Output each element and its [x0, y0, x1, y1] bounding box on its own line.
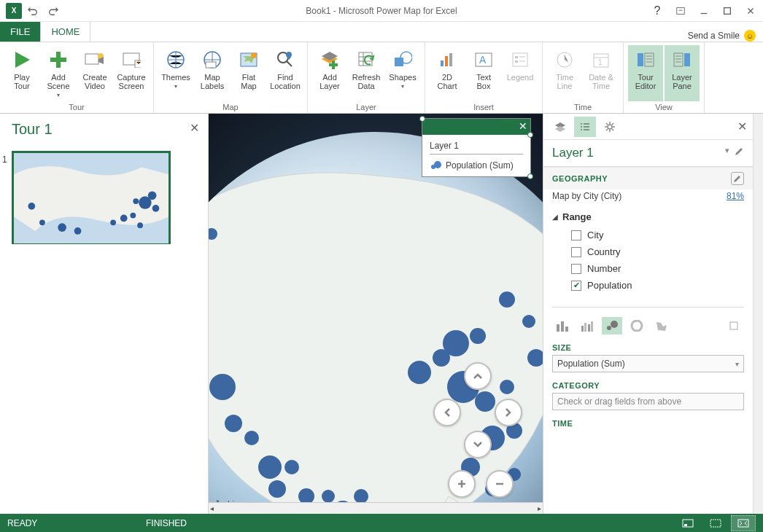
- svg-point-68: [408, 361, 431, 384]
- map-by-text: Map by City (City): [552, 191, 621, 201]
- layer-pane-scrollbar[interactable]: [753, 114, 763, 514]
- scene-thumbnail[interactable]: 1: [12, 151, 171, 244]
- play-tour-button[interactable]: Play Tour: [4, 45, 39, 101]
- zoom-in-button[interactable]: [448, 470, 476, 498]
- collapse-icon[interactable]: ◢: [552, 213, 558, 221]
- edit-geography-button[interactable]: [731, 172, 744, 185]
- close-legend-button[interactable]: ✕: [519, 120, 527, 132]
- svg-point-59: [268, 480, 286, 498]
- svg-rect-34: [638, 53, 643, 66]
- capture-screen-button[interactable]: Capture Screen: [114, 45, 149, 101]
- find-location-button[interactable]: Find Location: [268, 45, 303, 101]
- svg-rect-29: [515, 56, 518, 58]
- minimize-button[interactable]: [694, 1, 713, 20]
- 2d-chart-button[interactable]: 2D Chart: [430, 45, 465, 101]
- viz-heatmap[interactable]: [627, 317, 647, 335]
- svg-point-98: [611, 321, 618, 328]
- geography-header: GEOGRAPHY: [552, 174, 608, 183]
- view-normal-button[interactable]: [675, 515, 700, 531]
- tilt-down-button[interactable]: [464, 431, 492, 458]
- flat-map-button[interactable]: Flat Map: [231, 45, 266, 101]
- svg-text:A: A: [479, 54, 487, 66]
- add-scene-button[interactable]: Add Scene▾: [41, 45, 76, 101]
- viz-stacked-column[interactable]: [552, 317, 573, 335]
- svg-rect-35: [645, 53, 654, 66]
- send-smile-button[interactable]: Send a Smile ☺: [688, 30, 756, 42]
- svg-rect-9: [135, 60, 141, 68]
- map-scrollbar[interactable]: ◂▸: [209, 502, 543, 514]
- svg-point-57: [244, 431, 259, 445]
- ribbon-options-button[interactable]: [671, 1, 690, 20]
- add-viz-button[interactable]: [724, 317, 744, 335]
- legend-item-label: Population (Sum): [446, 160, 514, 171]
- svg-point-62: [322, 490, 335, 503]
- layer-pane-button[interactable]: Layer Pane: [665, 45, 700, 101]
- globe[interactable]: [209, 132, 543, 515]
- viz-clustered-column[interactable]: [577, 317, 597, 335]
- redo-button[interactable]: [44, 1, 63, 20]
- svg-rect-24: [445, 56, 448, 66]
- svg-rect-102: [684, 524, 687, 526]
- size-header: SIZE: [543, 340, 753, 353]
- view-fit-button[interactable]: [703, 515, 728, 531]
- zoom-out-button[interactable]: [486, 470, 514, 498]
- shapes-button[interactable]: Shapes▾: [385, 45, 420, 101]
- edit-layer-name-button[interactable]: [734, 146, 744, 160]
- size-field-dropdown[interactable]: Population (Sum)▾: [552, 355, 744, 372]
- svg-rect-91: [561, 321, 564, 332]
- map-labels-button[interactable]: Map Labels: [195, 45, 230, 101]
- layer-legend[interactable]: ✕ Layer 1 Population (Sum): [422, 118, 531, 177]
- view-full-button[interactable]: [731, 515, 756, 531]
- close-tour-pane-button[interactable]: ✕: [190, 121, 199, 135]
- svg-rect-92: [565, 326, 568, 332]
- viz-bubble[interactable]: [602, 317, 622, 335]
- svg-point-83: [522, 315, 535, 328]
- category-field-dropzone[interactable]: Check or drag fields from above: [552, 393, 744, 410]
- status-finished: FINISHED: [146, 518, 187, 528]
- svg-point-44: [120, 215, 128, 222]
- chevron-down-icon[interactable]: ▾: [725, 146, 729, 160]
- text-box-button[interactable]: AText Box: [466, 45, 501, 101]
- svg-point-89: [608, 125, 612, 129]
- create-video-button[interactable]: Create Video: [77, 45, 112, 101]
- file-tab[interactable]: FILE: [0, 21, 40, 42]
- close-window-button[interactable]: [741, 1, 760, 20]
- field-population[interactable]: ✔Population: [552, 277, 744, 294]
- ribbon-group-layer: Add Layer Refresh Data Shapes▾ Layer: [308, 42, 425, 113]
- add-layer-button[interactable]: Add Layer: [312, 45, 347, 101]
- refresh-data-button[interactable]: Refresh Data: [349, 45, 384, 101]
- ribbon-tabstrip: FILE HOME Send a Smile ☺: [0, 22, 763, 42]
- field-number[interactable]: Number: [552, 260, 744, 277]
- undo-button[interactable]: [23, 1, 42, 20]
- layer-list-tab[interactable]: [549, 117, 571, 137]
- field-list-tab[interactable]: [574, 117, 596, 137]
- maximize-button[interactable]: [718, 1, 737, 20]
- svg-marker-2: [15, 52, 30, 68]
- status-ready: READY: [7, 518, 146, 528]
- legend-layer-name: Layer 1: [430, 141, 523, 154]
- layer-pane: ✕ Layer 1 ▾ GEOGRAPHY Map by City (Ci: [543, 114, 763, 514]
- category-header: CATEGORY: [543, 378, 753, 391]
- close-layer-pane-button[interactable]: ✕: [737, 120, 747, 133]
- tilt-up-button[interactable]: [464, 362, 492, 390]
- field-city[interactable]: City: [552, 227, 744, 243]
- rotate-right-button[interactable]: [495, 399, 522, 426]
- svg-rect-19: [329, 63, 338, 66]
- map-viewport[interactable]: ✕ Layer 1 Population (Sum) bing 015 No ◂…: [209, 114, 543, 514]
- svg-rect-103: [710, 520, 721, 527]
- svg-rect-100: [730, 322, 737, 329]
- tour-editor-button[interactable]: Tour Editor: [628, 45, 663, 101]
- rotate-left-button[interactable]: [433, 399, 461, 426]
- themes-button[interactable]: Themes▾: [158, 45, 193, 101]
- legend-button: Legend: [503, 45, 538, 101]
- svg-point-43: [110, 219, 116, 225]
- mapping-confidence[interactable]: 81%: [727, 191, 744, 201]
- ribbon-group-insert: 2D Chart AText Box Legend Insert: [425, 42, 543, 113]
- home-tab[interactable]: HOME: [40, 21, 90, 42]
- viz-region[interactable]: [651, 317, 672, 335]
- field-country[interactable]: Country: [552, 243, 744, 260]
- layer-settings-tab[interactable]: [599, 117, 621, 137]
- svg-rect-36: [674, 53, 683, 66]
- help-button[interactable]: ?: [648, 1, 667, 20]
- svg-point-14: [251, 52, 257, 58]
